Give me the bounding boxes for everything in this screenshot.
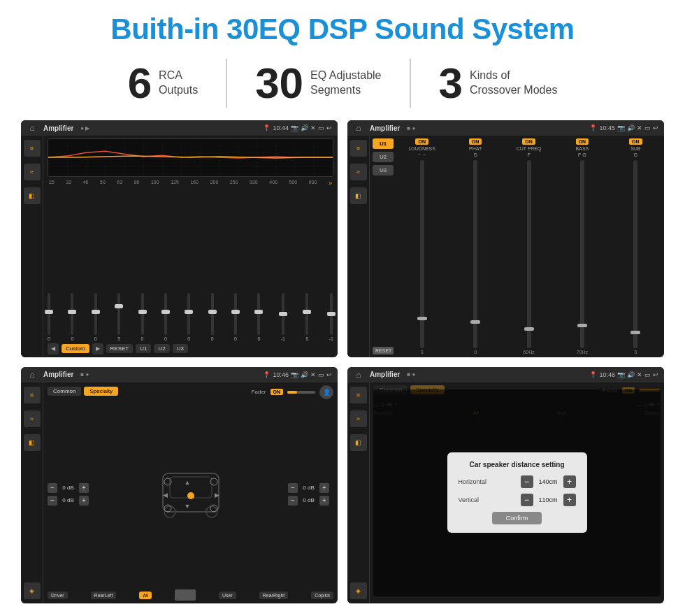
eq-x-icon: ✕ <box>310 124 316 131</box>
crossover-app-title: Amplifier <box>370 124 400 132</box>
eq-sidebar-wave-btn[interactable]: ≈ <box>24 164 41 180</box>
eq-u2-btn[interactable]: U2 <box>154 344 169 353</box>
cross-phat-toggle[interactable]: ON <box>469 138 482 145</box>
cross-left-panel: U1 U2 U3 RESET <box>373 138 394 354</box>
speaker-sidebar-eq-btn[interactable]: ≡ <box>24 387 41 403</box>
cross-loudness: ON LOUDNESS ~~ 0 <box>396 138 447 354</box>
copilot-btn[interactable]: Copilot <box>311 592 333 599</box>
dialog-confirm-btn[interactable]: Confirm <box>492 512 542 524</box>
distance-dialog: Car speaker distance setting Horizontal … <box>447 452 587 533</box>
dialog-horizontal-row: Horizontal − 140cm + <box>459 475 576 488</box>
crossover-x-icon: ✕ <box>637 124 642 131</box>
distance-sidebar-eq-btn[interactable]: ≡ <box>350 387 367 403</box>
eq-slider-6: 0 <box>164 293 167 341</box>
cross-phat-label: PHAT <box>469 146 482 151</box>
distance-status-dots: ■ ● <box>407 371 415 378</box>
fader-slider[interactable] <box>287 391 315 394</box>
distance-home-icon[interactable]: ⌂ <box>353 369 364 380</box>
speaker-sidebar-speaker-btn[interactable]: ◈ <box>24 582 41 599</box>
driver-btn[interactable]: Driver <box>48 592 68 599</box>
all-btn[interactable]: All <box>139 592 152 599</box>
dialog-vertical-value: 110cm <box>536 496 561 503</box>
speaker-home-icon[interactable]: ⌂ <box>27 369 38 380</box>
cross-reset-btn[interactable]: RESET <box>373 347 394 354</box>
cross-cutfreq-slider[interactable] <box>527 160 531 348</box>
eq-rect-icon: ▭ <box>318 124 324 131</box>
distance-sidebar-speaker-btn[interactable]: ◈ <box>350 582 367 599</box>
distance-sidebar-wave-btn[interactable]: ≈ <box>350 410 367 427</box>
speaker-specialty-tab[interactable]: Specialty <box>84 387 117 396</box>
crossover-sidebar-vol-btn[interactable]: ◧ <box>350 187 367 204</box>
crossover-vol-icon: 🔊 <box>627 124 635 131</box>
distance-sidebar-vol-btn[interactable]: ◧ <box>350 434 367 451</box>
dialog-horizontal-label: Horizontal <box>459 478 500 485</box>
rearright-btn[interactable]: RearRight <box>259 592 289 599</box>
dialog-horizontal-plus[interactable]: + <box>563 475 576 488</box>
eq-screen: ⌂ Amplifier ● ▶ 📍 10:44 📷 🔊 ✕ ▭ ↩ ≡ ≈ <box>21 120 338 357</box>
db-plus-2[interactable]: + <box>79 496 89 506</box>
svg-point-5 <box>187 492 194 499</box>
speaker-sidebar-wave-btn[interactable]: ≈ <box>24 410 41 427</box>
user-btn[interactable]: User <box>219 592 236 599</box>
db-val-2: 0 dB <box>59 497 77 503</box>
stat-crossover-number: 3 <box>439 62 463 105</box>
dialog-vertical-plus[interactable]: + <box>563 494 576 506</box>
svg-text:▶: ▶ <box>214 492 219 499</box>
dialog-overlay: Car speaker distance setting Horizontal … <box>373 389 661 597</box>
distance-status-bar: ⌂ Amplifier ■ ● 📍 10:46 📷 🔊 ✕ ▭ ↩ <box>347 367 664 382</box>
speaker-location-icon: 📍 <box>263 371 271 378</box>
speaker-sidebar: ≡ ≈ ◧ ◈ <box>21 382 43 604</box>
eq-sidebar-vol-btn[interactable]: ◧ <box>24 187 41 204</box>
home-icon[interactable]: ⌂ <box>27 122 38 134</box>
cross-sub-slider[interactable] <box>633 160 637 348</box>
db-minus-1[interactable]: − <box>48 483 57 493</box>
cross-phat-slider[interactable] <box>473 160 477 348</box>
eq-reset-btn[interactable]: RESET <box>106 344 134 353</box>
dialog-vertical-row: Vertical − 110cm + <box>459 494 576 506</box>
rearleft-btn[interactable]: RearLeft <box>91 592 117 599</box>
cross-u3-btn[interactable]: U3 <box>373 165 394 176</box>
cross-loudness-slider[interactable] <box>420 160 424 348</box>
db-plus-1[interactable]: + <box>79 483 89 493</box>
crossover-home-icon[interactable]: ⌂ <box>353 122 364 134</box>
eq-next-btn[interactable]: ▶ <box>92 343 103 354</box>
cross-bass-toggle[interactable]: ON <box>576 138 589 145</box>
eq-freq-labels: 2532405063 80100125160200 25032040050063… <box>48 180 333 187</box>
cross-bass-label: BASS <box>576 146 589 151</box>
cross-u1-btn[interactable]: U1 <box>373 138 394 149</box>
cross-bass-slider[interactable] <box>580 160 584 348</box>
eq-sidebar-eq-btn[interactable]: ≡ <box>24 140 41 157</box>
speaker-slider-mini[interactable] <box>175 589 196 601</box>
eq-u3-btn[interactable]: U3 <box>173 344 188 353</box>
db-minus-2[interactable]: − <box>48 496 57 506</box>
eq-slider-10: 0 <box>257 293 260 341</box>
dialog-vertical-minus[interactable]: − <box>521 494 533 506</box>
eq-u1-btn[interactable]: U1 <box>136 344 151 353</box>
svg-text:◀: ◀ <box>162 492 167 499</box>
distance-content: ≡ ≈ ◧ ◈ Common Specialty <box>347 382 664 604</box>
db-plus-4[interactable]: + <box>319 496 329 506</box>
cross-sub-toggle[interactable]: ON <box>629 138 642 145</box>
eq-time: 10:44 <box>273 124 289 131</box>
cross-cutfreq-toggle[interactable]: ON <box>522 138 535 145</box>
speaker-app-title: Amplifier <box>43 371 73 378</box>
eq-status-dots: ● ▶ <box>80 125 89 131</box>
db-plus-3[interactable]: + <box>319 483 329 493</box>
cross-u2-btn[interactable]: U2 <box>373 152 394 162</box>
speaker-common-tab[interactable]: Common <box>48 387 81 396</box>
speaker-sidebar-vol-btn[interactable]: ◧ <box>24 434 41 451</box>
stat-eq-label: EQ AdjustableSegments <box>310 69 381 98</box>
db-minus-4[interactable]: − <box>288 496 298 506</box>
eq-custom-btn[interactable]: Custom <box>62 344 89 353</box>
fader-toggle[interactable]: ON <box>271 389 284 395</box>
eq-prev-btn[interactable]: ◀ <box>48 343 59 354</box>
db-minus-3[interactable]: − <box>288 483 298 493</box>
distance-sidebar: ≡ ≈ ◧ ◈ <box>347 382 370 604</box>
cross-loudness-toggle[interactable]: ON <box>415 138 428 145</box>
eq-app-title: Amplifier <box>43 124 73 132</box>
crossover-sidebar-eq-btn[interactable]: ≡ <box>350 140 367 157</box>
speaker-status-bar: ⌂ Amplifier ■ ● 📍 10:46 📷 🔊 ✕ ▭ ↩ <box>21 367 338 382</box>
crossover-sidebar-wave-btn[interactable]: ≈ <box>350 164 367 180</box>
dialog-horizontal-minus[interactable]: − <box>521 475 533 488</box>
db-control-2: − 0 dB + <box>48 496 93 506</box>
